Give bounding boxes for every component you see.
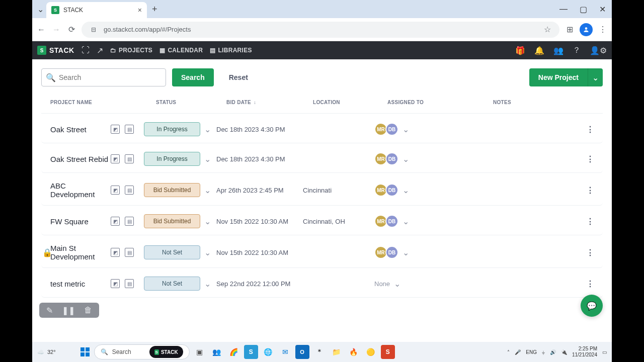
col-assigned[interactable]: ASSIGNED TO [387, 100, 493, 105]
avatar-db[interactable]: DB [385, 215, 398, 228]
project-name-link[interactable]: ABC Development [50, 182, 111, 199]
task-app-files[interactable]: 📁 [330, 345, 344, 359]
chevron-down-icon[interactable]: ⌄ [403, 154, 409, 164]
help-icon[interactable]: ？ [573, 45, 581, 56]
chevron-down-icon[interactable]: ⌄ [403, 248, 409, 257]
chevron-down-icon[interactable]: ⌄ [394, 279, 400, 289]
col-status[interactable]: STATUS [156, 100, 226, 105]
user-settings-icon[interactable]: 👤⚙ [590, 46, 607, 55]
task-app-chrome[interactable]: 🟡 [364, 345, 378, 359]
bell-icon[interactable]: 🔔 [534, 46, 544, 55]
search-input[interactable] [59, 73, 162, 81]
avatar-db[interactable]: DB [385, 123, 398, 136]
maximize-icon[interactable]: ▢ [580, 5, 587, 14]
takeoff-icon[interactable]: ◩ [111, 125, 120, 134]
start-button[interactable] [79, 346, 91, 358]
project-name-link[interactable]: Oak Street [50, 125, 111, 134]
logo[interactable]: S STACK [37, 46, 74, 55]
extensions-icon[interactable]: ⊞ [565, 25, 575, 34]
status-pill[interactable]: Bid Submitted [144, 214, 200, 228]
mic-icon[interactable]: 🎤 [515, 349, 521, 355]
takeoff-icon[interactable]: ◩ [111, 279, 120, 288]
avatar-db[interactable]: DB [385, 152, 398, 165]
estimate-icon[interactable]: ▤ [125, 154, 134, 163]
row-menu-icon[interactable]: ⋮ [586, 154, 595, 164]
estimate-icon[interactable]: ▤ [125, 125, 134, 134]
chevron-down-icon[interactable]: ⌄ [403, 186, 409, 195]
task-app-edge[interactable]: 🌐 [261, 345, 275, 359]
volume-icon[interactable]: 🔊 [550, 349, 556, 355]
takeoff-icon[interactable]: ◩ [111, 217, 120, 226]
takeoff-icon[interactable]: ◩ [111, 154, 120, 163]
nav-calendar[interactable]: ▦ CALENDAR [159, 47, 203, 54]
minimize-icon[interactable]: — [559, 5, 568, 14]
clock[interactable]: 2:25 PM 11/21/2024 [572, 346, 597, 358]
status-pill[interactable]: Not Set [144, 277, 200, 291]
battery-icon[interactable]: 🔌 [561, 349, 567, 355]
edit-icon[interactable]: ✎ [46, 306, 53, 315]
trash-icon[interactable]: 🗑 [84, 306, 92, 315]
back-icon[interactable]: ← [36, 25, 46, 34]
row-menu-icon[interactable]: ⋮ [586, 279, 595, 289]
row-menu-icon[interactable]: ⋮ [586, 217, 595, 226]
estimate-icon[interactable]: ▤ [125, 186, 134, 195]
reload-icon[interactable]: ⟳ [66, 25, 76, 34]
taskbar-search[interactable]: 🔍 Search SSTACK [94, 344, 190, 359]
chevron-down-icon[interactable]: ⌄ [204, 125, 211, 134]
task-app-teams[interactable]: 👥 [210, 345, 224, 359]
chevron-down-icon[interactable]: ⌄ [204, 248, 211, 257]
row-menu-icon[interactable]: ⋮ [586, 186, 595, 195]
task-app-outlook[interactable]: O [295, 345, 309, 359]
nav-projects[interactable]: 🗀 PROJECTS [110, 47, 152, 54]
task-app-stack[interactable]: S [381, 345, 395, 359]
task-app-copilot[interactable]: 🌈 [227, 345, 241, 359]
chevron-down-icon[interactable]: ⌄ [204, 186, 211, 195]
search-button[interactable]: Search [172, 68, 214, 86]
task-app-slack[interactable]: ＊ [312, 345, 327, 359]
avatar-db[interactable]: DB [385, 246, 398, 259]
browser-tab[interactable]: S STACK × [46, 2, 147, 18]
team-icon[interactable]: 👥 [553, 46, 564, 55]
new-project-button[interactable]: New Project [529, 68, 588, 86]
row-menu-icon[interactable]: ⋮ [586, 125, 595, 134]
browser-menu-icon[interactable]: ⋮ [598, 25, 608, 34]
status-pill[interactable]: In Progress [144, 122, 200, 136]
col-bid-date[interactable]: BID DATE↓ [226, 100, 313, 105]
close-tab-icon[interactable]: × [138, 6, 142, 14]
estimate-icon[interactable]: ▤ [125, 279, 134, 288]
takeoff-icon[interactable]: ◩ [111, 186, 120, 195]
task-app-explorer[interactable]: ▣ [193, 345, 207, 359]
col-location[interactable]: LOCATION [313, 100, 387, 105]
project-name-link[interactable]: Oak Street Rebid [50, 155, 111, 163]
task-app-mail[interactable]: ✉ [278, 345, 292, 359]
takeoff-icon[interactable]: ◩ [111, 248, 120, 257]
task-app-snagit[interactable]: S [244, 345, 258, 359]
col-project-name[interactable]: PROJECT NAME [50, 100, 156, 105]
fullscreen-icon[interactable]: ⛶ [82, 46, 90, 55]
weather-widget[interactable]: ☁️ 32° [37, 349, 56, 355]
status-pill[interactable]: In Progress [144, 152, 200, 166]
site-info-icon[interactable]: ⊟ [89, 26, 99, 33]
task-app-flame[interactable]: 🔥 [347, 345, 361, 359]
project-name-link[interactable]: Main St Development [50, 244, 111, 261]
tray-chevron-icon[interactable]: ˄ [507, 349, 510, 355]
forward-icon[interactable]: → [51, 25, 61, 34]
notifications-icon[interactable]: ▭ [602, 349, 607, 355]
chevron-down-icon[interactable]: ⌄ [204, 217, 211, 226]
tabs-dropdown-icon[interactable]: ⌄ [34, 5, 46, 14]
nav-libraries[interactable]: ▤ LIBRARIES [210, 47, 252, 54]
popout-icon[interactable]: ↗ [97, 46, 103, 55]
col-notes[interactable]: NOTES [493, 100, 548, 105]
profile-avatar-icon[interactable] [580, 23, 593, 36]
avatar-db[interactable]: DB [385, 184, 398, 197]
new-project-dropdown[interactable]: ⌄ [588, 68, 603, 86]
pause-icon[interactable]: ❚❚ [62, 306, 75, 315]
bookmark-icon[interactable]: ☆ [542, 25, 552, 34]
search-field[interactable]: 🔍 [41, 68, 166, 86]
project-name-link[interactable]: FW Square [50, 217, 111, 226]
chevron-down-icon[interactable]: ⌄ [204, 154, 211, 164]
new-tab-icon[interactable]: + [152, 4, 157, 15]
stack-pill[interactable]: SSTACK [149, 346, 183, 358]
status-pill[interactable]: Not Set [144, 245, 200, 259]
close-window-icon[interactable]: ✕ [599, 5, 606, 14]
